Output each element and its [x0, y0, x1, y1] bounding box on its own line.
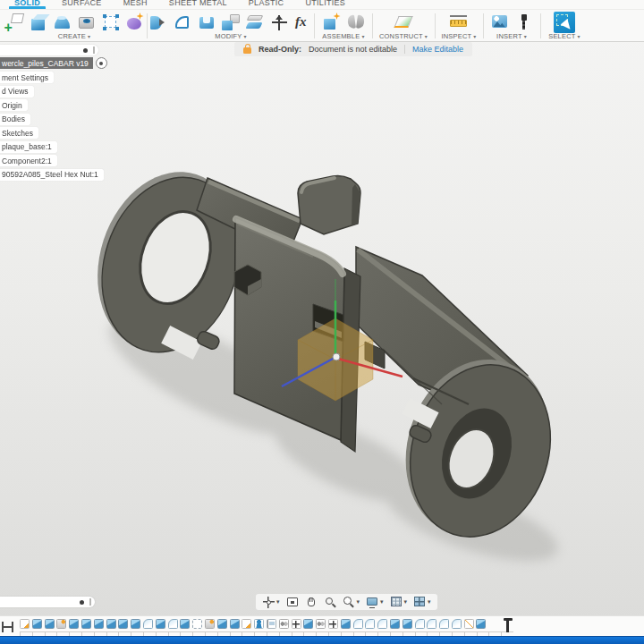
box-feature-icon[interactable]: [192, 619, 202, 629]
extrude-feature-icon[interactable]: [341, 619, 351, 629]
extrude-feature-icon[interactable]: [156, 619, 165, 629]
construction-plane-icon[interactable]: [393, 12, 414, 33]
extrude-feature-icon[interactable]: [402, 619, 412, 629]
shell-icon[interactable]: [196, 12, 217, 33]
combine-icon[interactable]: [220, 12, 242, 33]
grid-snaps-icon[interactable]: [390, 596, 408, 608]
create-menu-button[interactable]: CREATE: [2, 32, 147, 40]
extrude-feature-icon[interactable]: [118, 619, 128, 629]
create-sketch-icon[interactable]: [4, 12, 25, 33]
change-parameters-icon[interactable]: [292, 12, 314, 33]
fillet-feature-icon[interactable]: [452, 619, 462, 629]
sketch-feature-icon[interactable]: [242, 619, 251, 629]
right-arm-and-hook[interactable]: [356, 247, 572, 555]
browser-document-name[interactable]: wercle_piles_CABAR v19: [0, 57, 93, 69]
browser-item-origin[interactable]: Origin: [0, 99, 28, 111]
fillet-feature-icon[interactable]: [365, 619, 375, 629]
browser-item-steel-hex-nut[interactable]: 90592A085_Steel Hex Nut:1: [0, 169, 104, 181]
browser-item-bodies[interactable]: Bodies: [0, 114, 30, 125]
modify-menu-button[interactable]: MODIFY: [148, 32, 313, 40]
insert-menu-button[interactable]: INSERT: [485, 32, 538, 40]
browser-item-plaque-base[interactable]: plaque_base:1: [0, 141, 57, 153]
browser-collapse-handle[interactable]: [93, 47, 95, 54]
browser-item-document-settings[interactable]: ment Settings: [0, 72, 54, 83]
fillet-feature-icon[interactable]: [377, 619, 387, 629]
fillet-feature-icon[interactable]: [427, 619, 436, 629]
extrude-feature-icon[interactable]: [303, 619, 313, 629]
select-menu-button[interactable]: SELECT: [542, 32, 587, 40]
stub-handle[interactable]: [89, 598, 91, 606]
form-feature-icon[interactable]: [56, 619, 66, 629]
display-settings-icon[interactable]: [366, 596, 384, 608]
move-copy-icon[interactable]: [268, 12, 290, 33]
extrude-feature-icon[interactable]: [106, 619, 116, 629]
assemble-menu-button[interactable]: ASSEMBLE: [316, 32, 371, 40]
extrude-feature-icon[interactable]: [180, 619, 190, 629]
extrude-feature-icon[interactable]: [94, 619, 104, 629]
browser-item-sketches[interactable]: Sketches: [0, 127, 38, 139]
new-component-icon[interactable]: [321, 12, 343, 33]
sketch-feature-icon[interactable]: [464, 619, 474, 629]
activate-component-radio-icon[interactable]: [96, 57, 107, 69]
clip-tab[interactable]: [298, 175, 360, 234]
joint-feature-icon[interactable]: [316, 619, 326, 629]
move-feature-icon[interactable]: [328, 619, 338, 629]
tab-surface[interactable]: SURFACE: [62, 0, 102, 8]
form-feature-icon[interactable]: [205, 619, 215, 629]
press-pull-icon[interactable]: [148, 12, 169, 33]
tab-sheet-metal[interactable]: SHEET METAL: [169, 0, 227, 8]
browser-item-named-views[interactable]: d Views: [0, 86, 34, 97]
extrude-feature-icon[interactable]: [69, 619, 79, 629]
insert-canvas-icon[interactable]: [489, 12, 511, 33]
fillet-icon[interactable]: [172, 12, 193, 33]
tab-mesh[interactable]: MESH: [123, 0, 148, 8]
fit-zoom-window-icon[interactable]: [343, 596, 360, 608]
tab-utilities[interactable]: UTILITIES: [305, 0, 345, 8]
hole-icon[interactable]: [76, 12, 97, 33]
orbit-icon[interactable]: [262, 596, 280, 608]
extrude-feature-icon[interactable]: [217, 619, 227, 629]
browser-options-dot-icon[interactable]: [83, 48, 88, 53]
insert-mcmaster-icon[interactable]: [513, 12, 535, 33]
pan-icon[interactable]: [305, 596, 318, 608]
viewports-icon[interactable]: [413, 596, 431, 608]
move-feature-icon[interactable]: [292, 619, 301, 629]
fillet-feature-icon[interactable]: [415, 619, 425, 629]
taskbar-strip[interactable]: [0, 636, 644, 644]
fillet-feature-icon[interactable]: [353, 619, 363, 629]
extrude-feature-icon[interactable]: [230, 619, 240, 629]
make-editable-link[interactable]: Make Editable: [412, 45, 463, 54]
measure-icon[interactable]: [448, 12, 470, 33]
joint-icon[interactable]: [345, 12, 367, 33]
zoom-icon[interactable]: [324, 596, 336, 608]
extrude-feature-icon[interactable]: [32, 619, 42, 629]
look-at-icon[interactable]: [286, 596, 299, 608]
inspect-menu-button[interactable]: INSPECT: [436, 32, 481, 40]
browser-item-component2[interactable]: Component2:1: [0, 155, 57, 166]
component-feature-icon[interactable]: [254, 619, 264, 629]
create-form-icon[interactable]: [124, 12, 146, 33]
extrude-feature-icon[interactable]: [131, 619, 140, 629]
timeline-playback-end-icon[interactable]: [2, 622, 13, 632]
sketch-palette-icon[interactable]: [100, 12, 122, 33]
fillet-feature-icon[interactable]: [168, 619, 178, 629]
tab-solid[interactable]: SOLID: [14, 0, 40, 8]
extrude-icon[interactable]: [28, 12, 49, 33]
stub-dot-icon[interactable]: [80, 600, 84, 605]
tab-plastic[interactable]: PLASTIC: [249, 0, 284, 8]
extrude-feature-icon[interactable]: [390, 619, 400, 629]
extrude-feature-icon[interactable]: [81, 619, 91, 629]
fillet-feature-icon[interactable]: [439, 619, 449, 629]
extrude-feature-icon[interactable]: [476, 619, 486, 629]
select-icon[interactable]: [554, 12, 575, 33]
timeline-playhead[interactable]: [501, 618, 514, 634]
offset-face-icon[interactable]: [244, 12, 266, 33]
construct-menu-button[interactable]: CONSTRUCT: [374, 32, 433, 40]
extrude-feature-icon[interactable]: [45, 619, 55, 629]
sketch-feature-icon[interactable]: [20, 619, 30, 629]
plane-feature-icon[interactable]: [267, 619, 276, 629]
revolve-icon[interactable]: [52, 12, 73, 33]
left-hook[interactable]: [75, 154, 261, 370]
joint-feature-icon[interactable]: [279, 619, 289, 629]
fillet-feature-icon[interactable]: [143, 619, 153, 629]
